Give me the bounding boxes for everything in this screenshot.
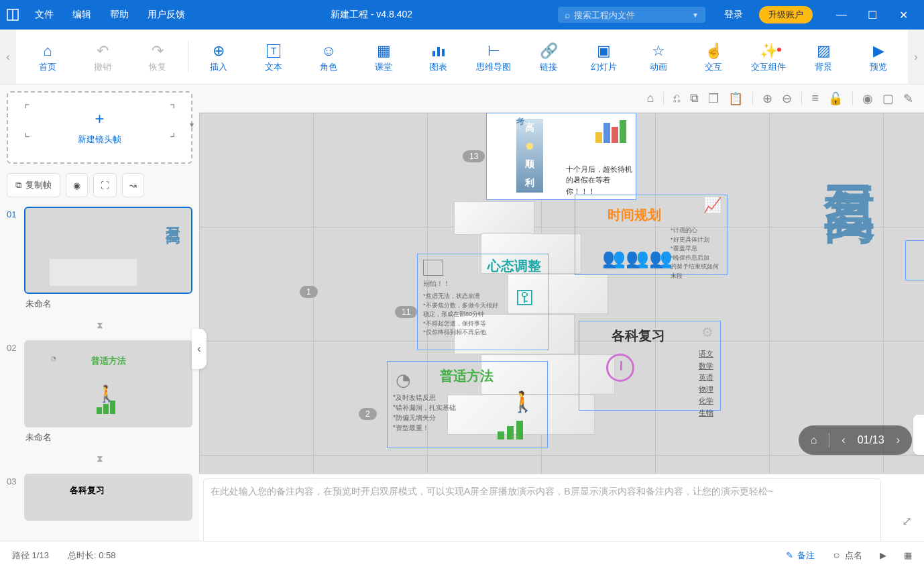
tb-undo[interactable]: ↶撤销	[75, 41, 130, 73]
svg-rect-14	[516, 421, 523, 439]
search-dropdown-icon[interactable]: ▼	[692, 11, 699, 19]
section-subjects[interactable]: 各科复习 ⚙ 语文数学英语物理化学生物	[579, 321, 721, 411]
thumbnail-3[interactable]: 各科复习	[24, 474, 192, 521]
status-present-button[interactable]: ▶	[880, 550, 886, 560]
tb-slide[interactable]: ▣幻灯片	[576, 41, 631, 73]
note-icon: ✎	[786, 550, 793, 560]
ct-camera-icon[interactable]: ◉	[862, 91, 873, 106]
section-method[interactable]: ◔ 普适方法 *及时改错反思*错补漏洞，扎实基础*防偏无增失分*资型最重！ 🚶	[387, 361, 548, 448]
upgrade-button[interactable]: 升级账户	[759, 6, 813, 23]
present-icon: ▶	[880, 550, 886, 560]
pager-home-icon[interactable]: ⌂	[811, 434, 817, 446]
ct-undo-icon[interactable]: ⎌	[673, 91, 681, 105]
titlebar: 文件 编辑 帮助 用户反馈 新建工程 - v4.8.402 ⌕ ▼ 登录 升级账…	[0, 0, 924, 30]
menu-file[interactable]: 文件	[25, 9, 63, 21]
login-button[interactable]: 登录	[715, 9, 752, 21]
toolbar-scroll-right[interactable]: ›	[908, 30, 924, 84]
thumb-row-3: 03 各科复习	[7, 474, 192, 521]
ct-paste-icon[interactable]: 📋	[728, 91, 743, 106]
svg-rect-2	[432, 51, 435, 56]
ct-zoomout-icon[interactable]: ⊖	[782, 91, 792, 106]
tb-preview[interactable]: ▶预览	[851, 41, 906, 73]
tb-bg[interactable]: ▨背景	[796, 41, 851, 73]
chart-icon	[431, 41, 446, 61]
status-roll-button[interactable]: ☺点名	[832, 550, 862, 562]
svg-rect-9	[603, 123, 610, 143]
tb-text[interactable]: T文本	[246, 41, 301, 73]
status-duration: 总时长: 0:58	[68, 550, 116, 562]
canvas[interactable]: 高三复习 1 2 3 11 12 13 高✺顺利 十个月后，超长待机的暑假在等着…	[199, 113, 924, 474]
window-close[interactable]: ✕	[888, 9, 919, 21]
section-top[interactable]: 高✺顺利 十个月后，超长待机的暑假在等着你！！！ 考	[486, 113, 636, 200]
expand-icon[interactable]: ⤢	[902, 514, 912, 529]
badge-13: 13	[463, 150, 485, 162]
ct-align-icon[interactable]: ≡	[811, 91, 819, 105]
camera-button[interactable]: ◉	[66, 173, 88, 197]
thumb-1-name: 未命名	[24, 294, 192, 314]
pager-next-icon[interactable]: ›	[897, 434, 900, 446]
newframe-dropdown[interactable]: ▾	[190, 120, 194, 130]
ct-zoomin-icon[interactable]: ⊕	[762, 91, 772, 106]
window-maximize[interactable]: ☐	[857, 9, 888, 21]
new-frame-button[interactable]: ⌜⌝ ⌞⌟ + 新建镜头帧	[7, 91, 192, 164]
app-icon	[5, 7, 20, 22]
section-time[interactable]: 时间规划 📈 👥👥👥 *计画的心*好更具体计划*覆盖早息*晚保作息后加的努予结束…	[575, 195, 728, 275]
ct-lock-icon[interactable]: 🔓	[828, 91, 843, 106]
svg-rect-8	[595, 132, 602, 143]
copy-frame-button[interactable]: ⧉复制帧	[7, 173, 60, 197]
canvas-pager: ⌂ ‹ 01/13 ›	[799, 425, 912, 455]
svg-rect-6	[103, 404, 109, 414]
star-icon: ☆	[652, 41, 665, 61]
ct-copy2-icon[interactable]: ❐	[708, 91, 719, 106]
statusbar: 路径 1/13 总时长: 0:58 ✎备注 ☺点名 ▶ ▦	[0, 541, 924, 569]
toolbar-scroll-left[interactable]: ‹	[0, 30, 16, 84]
search-input[interactable]	[574, 10, 688, 20]
ct-edit-icon[interactable]: ✎	[903, 91, 913, 106]
tb-role[interactable]: ☺角色	[301, 41, 356, 73]
menu-feedback[interactable]: 用户反馈	[138, 9, 194, 21]
camera-icon: ◉	[73, 180, 80, 191]
right-panel-toggle[interactable]	[913, 415, 924, 455]
tb-mindmap[interactable]: ⊢思维导图	[466, 41, 521, 73]
menu-help[interactable]: 帮助	[101, 9, 138, 21]
pager-prev-icon[interactable]: ‹	[842, 434, 845, 446]
copy-icon: ⧉	[15, 180, 21, 191]
sidebar-actions: ⧉复制帧 ◉ ⛶ ↝	[7, 173, 192, 197]
tb-home[interactable]: ⌂首页	[20, 41, 75, 73]
ct-home-icon[interactable]: ⌂	[647, 91, 654, 105]
menu-edit[interactable]: 编辑	[63, 9, 101, 21]
notes-panel: ⤢	[199, 474, 924, 541]
sidebar-collapse-button[interactable]: ‹	[192, 329, 207, 369]
ct-image-icon[interactable]: ▢	[882, 91, 894, 106]
thumb-row-2: 02 普适方法 ◔ 🚶 未命名	[7, 340, 192, 448]
pattern-icon: ▨	[817, 41, 831, 61]
canvas-toolbar: ⌂ ⎌ ⧉ ❐ 📋 ⊕ ⊖ ≡ 🔓 ◉ ▢ ✎	[199, 85, 924, 113]
tb-insert[interactable]: ⊕插入	[191, 41, 246, 73]
tb-link[interactable]: 🔗链接	[521, 41, 576, 73]
thumb-2-name: 未命名	[24, 427, 192, 448]
redo-icon: ↷	[152, 41, 164, 61]
tb-chart[interactable]: 图表	[411, 41, 466, 73]
path-button[interactable]: ↝	[122, 173, 144, 197]
tb-anim[interactable]: ☆动画	[631, 41, 686, 73]
tb-interact[interactable]: ☝交互	[686, 41, 741, 73]
sparkle-icon: ✨	[760, 41, 778, 61]
svg-rect-7	[110, 401, 115, 414]
link-icon: 🔗	[540, 41, 558, 61]
fullscreen-button[interactable]: ⛶	[93, 173, 117, 197]
thumbnail-1[interactable]: 高三复习	[24, 207, 192, 294]
pager-text: 01/13	[858, 434, 884, 446]
project-search[interactable]: ⌕ ▼	[558, 7, 705, 23]
ct-copy-icon[interactable]: ⧉	[690, 91, 699, 105]
status-more-button[interactable]: ▦	[904, 550, 912, 560]
window-minimize[interactable]: —	[826, 9, 857, 21]
svg-rect-13	[507, 426, 514, 439]
tb-widget[interactable]: ✨交互组件	[741, 41, 796, 73]
notes-textarea[interactable]	[203, 478, 881, 545]
tb-class[interactable]: ▦课堂	[356, 41, 411, 73]
thumbnail-2[interactable]: 普适方法 ◔ 🚶	[24, 340, 192, 427]
section-mind[interactable]: 心态调整 别怕！！ ⚿ *焦虑无法，状态崩溃*不要焦分数，多做今天很好稳定，形成…	[417, 254, 548, 350]
status-notes-button[interactable]: ✎备注	[786, 550, 815, 562]
tb-redo[interactable]: ↷恢复	[130, 41, 185, 73]
svg-rect-4	[442, 49, 445, 56]
